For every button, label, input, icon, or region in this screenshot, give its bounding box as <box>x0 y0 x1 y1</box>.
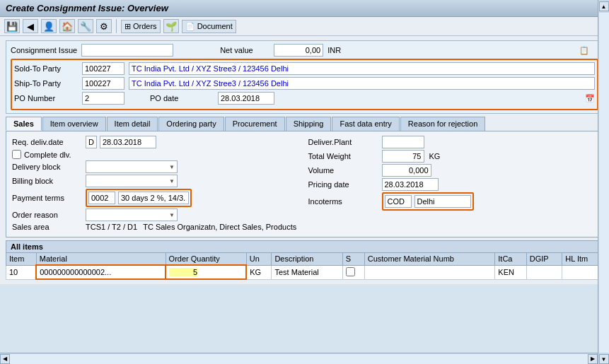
tab-procurement[interactable]: Procurement <box>225 117 285 131</box>
billing-block-dropdown[interactable]: ▼ <box>86 175 178 187</box>
incoterms-box <box>382 192 474 211</box>
back-button[interactable]: ◀ <box>23 19 38 33</box>
cell-order-quantity[interactable] <box>166 265 246 279</box>
header-section: Consignment Issue Net value INR 📋 Sold-T… <box>6 40 603 114</box>
sold-to-address-input[interactable] <box>129 62 595 75</box>
cell-description: Test Material <box>272 265 342 279</box>
tab-item-overview[interactable]: Item overview <box>42 117 106 131</box>
cell-material[interactable] <box>36 265 166 279</box>
save-button[interactable]: 💾 <box>4 19 20 33</box>
payment-terms-desc-input[interactable] <box>118 192 189 204</box>
deliver-plant-input[interactable] <box>382 136 424 148</box>
person-button[interactable]: 👤 <box>41 19 57 33</box>
settings-button[interactable]: ⚙ <box>96 19 112 33</box>
material-input[interactable] <box>40 268 124 276</box>
col-dgip: DGIP <box>526 253 562 266</box>
volume-input[interactable] <box>382 164 431 177</box>
left-col: Req. deliv.date Complete dlv. Delivery b… <box>12 136 301 233</box>
sales-area-row: Sales area TCS1 / T2 / D1 TC Sales Organ… <box>12 223 301 231</box>
tools-button[interactable]: 🔧 <box>78 19 93 33</box>
payment-terms-row: Payment terms <box>12 189 301 207</box>
col-order-quantity: Order Quantity <box>166 253 246 266</box>
scroll-h-track <box>10 354 588 364</box>
col-itca: ItCa <box>495 253 526 266</box>
delivery-block-dropdown[interactable]: ▼ <box>86 160 178 173</box>
po-row: PO Number PO date 📅 <box>14 92 595 105</box>
payment-terms-code-input[interactable] <box>88 192 115 204</box>
consignment-input[interactable] <box>81 44 173 57</box>
sales-area-desc: TC Sales Organizatn, Direct Sales, Produ… <box>143 223 296 231</box>
scroll-down-button[interactable]: ▼ <box>599 354 609 364</box>
incoterms-value-input[interactable] <box>414 195 471 208</box>
po-date-input[interactable] <box>218 92 274 105</box>
orders-button[interactable]: ⊞ Orders <box>121 20 161 33</box>
req-deliv-d-input[interactable] <box>86 136 97 148</box>
po-date-label: PO date <box>150 94 214 102</box>
document-button[interactable]: 📄 Document <box>182 20 236 33</box>
order-reason-arrow: ▼ <box>169 212 175 218</box>
cell-un: KG <box>246 265 272 279</box>
complete-dlv-checkbox[interactable] <box>12 150 21 159</box>
tabs-container: Sales Item overview Item detail Ordering… <box>6 117 603 131</box>
consignment-label: Consignment Issue <box>11 46 77 54</box>
s-checkbox[interactable] <box>346 267 355 276</box>
scrollbar-right[interactable]: ▲ ▼ <box>598 0 609 364</box>
payment-terms-box <box>86 189 192 207</box>
consignment-row: Consignment Issue Net value INR 📋 <box>11 44 598 57</box>
scroll-up-button[interactable]: ▲ <box>599 1 609 11</box>
copy-doc-button[interactable]: 📋 <box>579 46 589 55</box>
ship-to-address-input[interactable] <box>129 77 595 90</box>
total-weight-row: Total Weight KG <box>308 150 598 163</box>
col-hl-itm: HL Itm <box>562 253 603 266</box>
pricing-date-label: Pricing date <box>308 180 379 189</box>
payment-terms-label: Payment terms <box>12 194 83 202</box>
items-table: Item Material Order Quantity Un Descript… <box>6 252 603 280</box>
billing-block-row: Billing block ▼ <box>12 175 301 187</box>
calendar-button[interactable]: 📅 <box>585 94 595 103</box>
complete-dlv-row: Complete dlv. <box>12 150 301 159</box>
tab-sales[interactable]: Sales <box>6 117 42 131</box>
delivery-block-arrow: ▼ <box>169 164 175 170</box>
deliver-plant-row: Deliver.Plant <box>308 136 598 148</box>
toolbar: 💾 ◀ 👤 🏠 🔧 ⚙ ⊞ Orders 🌱 📄 Document <box>0 17 609 36</box>
home-button[interactable]: 🏠 <box>59 19 75 33</box>
req-deliv-row: Req. deliv.date <box>12 136 301 148</box>
tab-item-detail[interactable]: Item detail <box>107 117 158 131</box>
tab-shipping[interactable]: Shipping <box>286 117 332 131</box>
pricing-date-input[interactable] <box>382 178 439 191</box>
cell-item: 10 <box>6 265 37 279</box>
col-material: Material <box>36 253 166 266</box>
page-title: Create Consignment Issue: Overview <box>6 3 168 13</box>
items-section: All items Item Material Order Quantity U… <box>6 240 603 280</box>
sales-area-label: Sales area <box>12 223 83 231</box>
tab-reason-for-rejection[interactable]: Reason for rejection <box>400 117 485 131</box>
cell-customer-material <box>364 265 495 279</box>
scroll-right-button[interactable]: ▶ <box>588 354 598 364</box>
order-reason-dropdown[interactable]: ▼ <box>86 209 178 221</box>
pricing-date-row: Pricing date <box>308 178 598 191</box>
col-item: Item <box>6 253 37 266</box>
tab-fast-data-entry[interactable]: Fast data entry <box>332 117 399 131</box>
scrollbar-bottom[interactable]: ◀ ▶ <box>0 353 598 364</box>
ship-to-id-input[interactable] <box>82 77 124 90</box>
incoterms-code-input[interactable] <box>385 195 412 208</box>
scroll-track <box>599 13 609 353</box>
right-col: Deliver.Plant Total Weight KG Volume <box>308 136 598 233</box>
sold-to-id-input[interactable] <box>82 62 124 75</box>
main-content: Consignment Issue Net value INR 📋 Sold-T… <box>0 36 609 284</box>
scroll-left-button[interactable]: ◀ <box>0 354 10 364</box>
order-qty-input[interactable] <box>169 268 197 276</box>
tab-ordering-party[interactable]: Ordering party <box>158 117 224 131</box>
req-deliv-date-input[interactable] <box>100 136 156 148</box>
net-value-input[interactable] <box>274 44 323 57</box>
po-number-input[interactable] <box>82 92 124 105</box>
col-description: Description <box>272 253 342 266</box>
po-number-label: PO Number <box>14 94 78 102</box>
net-value-label: Net value <box>220 46 269 54</box>
complete-dlv-label: Complete dlv. <box>24 151 71 159</box>
total-weight-input[interactable] <box>382 150 424 163</box>
currency-label: INR <box>327 46 349 54</box>
ship-to-label: Ship-To Party <box>14 79 78 88</box>
plant-button[interactable]: 🌱 <box>163 19 179 33</box>
title-bar: Create Consignment Issue: Overview <box>0 0 609 17</box>
